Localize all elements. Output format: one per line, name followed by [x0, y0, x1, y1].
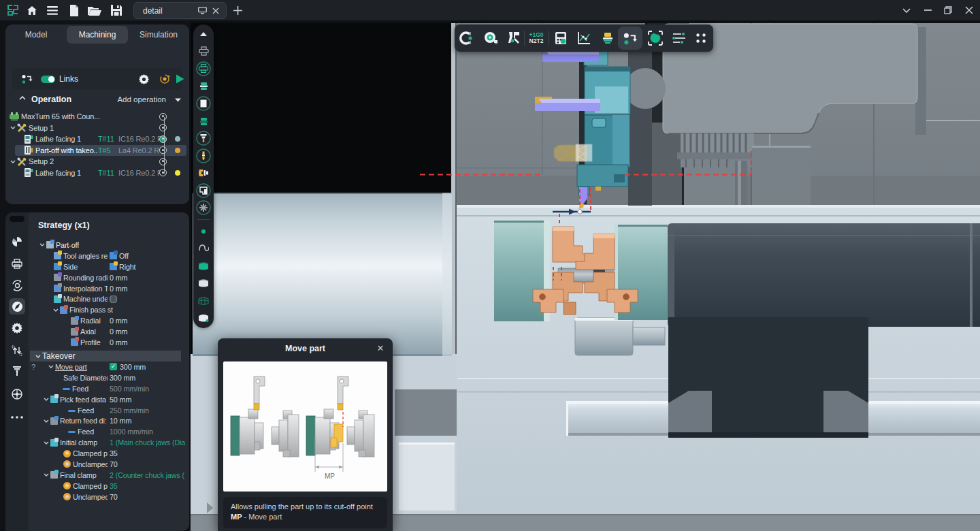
- operation-radio[interactable]: [159, 158, 167, 165]
- links-icon[interactable]: [618, 27, 642, 50]
- spline-icon[interactable]: [196, 240, 211, 255]
- control-panel-icon[interactable]: [550, 27, 572, 49]
- parameter-value[interactable]: ✓ 10 mm: [110, 417, 131, 425]
- machine-housing-icon[interactable]: [196, 183, 211, 198]
- more-icon[interactable]: [9, 409, 25, 425]
- parameter-value[interactable]: ✓ 0 mm: [110, 285, 127, 293]
- panel-tab[interactable]: Machining: [67, 26, 128, 44]
- strategy-row[interactable]: Rounding radiu ✓ 0 mm: [29, 272, 189, 283]
- home-icon[interactable]: [24, 3, 39, 18]
- operation-row[interactable]: Setup 2: [5, 156, 189, 167]
- links-toggle[interactable]: [41, 76, 55, 83]
- orbit-icon[interactable]: [9, 277, 25, 293]
- surface-wire-icon[interactable]: [196, 293, 211, 308]
- globe-icon[interactable]: [9, 386, 25, 402]
- gear-icon[interactable]: [139, 74, 149, 84]
- operation-row[interactable]: Setup 1: [5, 123, 189, 134]
- parameter-value[interactable]: ✓ 70: [110, 493, 118, 501]
- strategy-row[interactable]: Return feed di: ✓ 10 mm: [29, 415, 189, 426]
- parameter-value[interactable]: ✓ 70: [110, 460, 118, 468]
- new-tab-icon[interactable]: [230, 3, 245, 18]
- parameter-value[interactable]: ✓ 0 mm: [110, 338, 127, 347]
- tab-close-icon[interactable]: [212, 7, 219, 14]
- grid-dots-icon[interactable]: [690, 27, 712, 49]
- collapse-chevron-icon[interactable]: [19, 96, 26, 100]
- filters-icon[interactable]: [668, 27, 690, 49]
- chevron-down-icon[interactable]: [10, 160, 17, 163]
- menu-icon[interactable]: [45, 3, 60, 18]
- parameter-value[interactable]: ✓ 300 mm: [110, 363, 146, 371]
- strategy-row[interactable]: Side ✓ Right: [29, 261, 189, 272]
- sync-target-icon[interactable]: [159, 74, 170, 84]
- strategy-row[interactable]: Part-off ✓: [29, 240, 189, 251]
- chevron-down-icon[interactable]: [44, 398, 50, 401]
- parameter-value[interactable]: ✓ 2 (Counter chuck jaws (: [110, 471, 184, 479]
- target-capture-icon[interactable]: [644, 27, 666, 49]
- parameter-value[interactable]: ✓ 0 mm: [110, 317, 127, 325]
- parameter-value[interactable]: ✓ 0 mm: [110, 274, 127, 282]
- restore-icon[interactable]: [940, 3, 956, 18]
- measure-tape-icon[interactable]: [480, 27, 502, 49]
- add-operation-caret-icon[interactable]: [175, 98, 181, 102]
- operation-radio[interactable]: [159, 169, 167, 176]
- surface-teal-icon[interactable]: [196, 258, 211, 273]
- printer-icon[interactable]: [9, 255, 25, 272]
- strategy-row[interactable]: Clamped pc ✓ 35: [29, 481, 189, 492]
- parameter-value[interactable]: ✓ 35: [110, 482, 118, 490]
- panel-tab[interactable]: Simulation: [128, 26, 189, 44]
- chuck-grey-icon[interactable]: [196, 44, 211, 59]
- checkbox-checked-icon[interactable]: ✓: [110, 363, 117, 370]
- parameter-value[interactable]: ✓ 250 mm/min: [110, 406, 149, 415]
- parameter-value[interactable]: ✓ Right: [110, 263, 135, 271]
- operation-row[interactable]: Lathe facing 1 T#11 IC16 Re0.2 F: [5, 133, 189, 145]
- surface-solid-icon[interactable]: [196, 310, 211, 325]
- collapse-up-icon[interactable]: [196, 27, 211, 42]
- parameter-value[interactable]: ✓ 0 mm: [110, 327, 127, 336]
- parameter-value[interactable]: ✓ 300 mm: [110, 374, 135, 382]
- fixture-square-icon[interactable]: [196, 96, 211, 111]
- chevron-down-icon[interactable]: [44, 441, 50, 445]
- new-file-icon[interactable]: [67, 3, 82, 18]
- surface-white-icon[interactable]: [196, 275, 211, 290]
- operation-radio[interactable]: [159, 146, 167, 154]
- parameter-value[interactable]: ✓ 1000 mm/min: [110, 428, 153, 436]
- strategy-row[interactable]: Interpolation T( ✓ 0 mm: [29, 283, 189, 294]
- chevron-down-icon[interactable]: [48, 365, 55, 368]
- save-icon[interactable]: [109, 3, 124, 18]
- chevron-down-icon[interactable]: [44, 473, 50, 477]
- document-tab[interactable]: detail: [133, 2, 227, 19]
- strategy-row[interactable]: Feed ✓ 500 mm/min: [29, 383, 189, 394]
- minimize-icon[interactable]: [919, 3, 936, 18]
- operation-radio[interactable]: [159, 124, 167, 131]
- collapse-icon[interactable]: [898, 3, 915, 18]
- clamp-tool-icon[interactable]: [9, 363, 25, 379]
- strategy-row[interactable]: Feed ✓ 1000 mm/min: [29, 426, 189, 437]
- strategy-row[interactable]: Tool angles re: ✓ Off: [29, 251, 189, 261]
- takeover-section-header[interactable]: Takeover: [30, 351, 181, 361]
- caliper-icon[interactable]: [503, 27, 525, 49]
- gear-icon[interactable]: [9, 320, 25, 336]
- open-file-icon[interactable]: [87, 3, 102, 18]
- clamp-icon[interactable]: [196, 165, 211, 180]
- coordinate-system-icon[interactable]: [456, 27, 478, 49]
- gcode-display[interactable]: +1G0N2T2: [525, 27, 547, 49]
- strategy-row[interactable]: Clamped pc ✓ 35: [29, 448, 189, 459]
- dialog-close-icon[interactable]: ✕: [375, 343, 386, 354]
- strategy-row[interactable]: Axial ✓ 0 mm: [29, 326, 189, 337]
- stock2-icon[interactable]: [196, 114, 211, 129]
- operation-radio[interactable]: [159, 135, 167, 143]
- add-operation-button[interactable]: Add operation: [117, 95, 166, 103]
- parameter-value[interactable]: ✓ 500 mm/min: [110, 385, 149, 393]
- strategy-row[interactable]: Final clamp ✓ 2 (Counter chuck jaws (: [29, 470, 189, 481]
- operation-row[interactable]: Part-off with takeo... T#5 La4 Re0.2 R (: [5, 145, 189, 157]
- strategy-row[interactable]: Initial clamp ✓ 1 (Main chuck jaws (Dia: [29, 437, 189, 448]
- stock-icon[interactable]: [196, 78, 211, 93]
- strategy-row[interactable]: Unclamped ✓ 70: [29, 492, 189, 502]
- compass-icon[interactable]: [9, 298, 25, 315]
- point-icon[interactable]: [196, 224, 211, 239]
- chevron-down-icon[interactable]: [53, 308, 60, 312]
- checkbox-unchecked-icon[interactable]: [110, 295, 116, 303]
- sort-arrows-icon[interactable]: [9, 342, 25, 359]
- strategy-row[interactable]: ? Move part ✓ 300 mm: [29, 361, 189, 372]
- parameter-value[interactable]: ✓ 50 mm: [110, 396, 131, 404]
